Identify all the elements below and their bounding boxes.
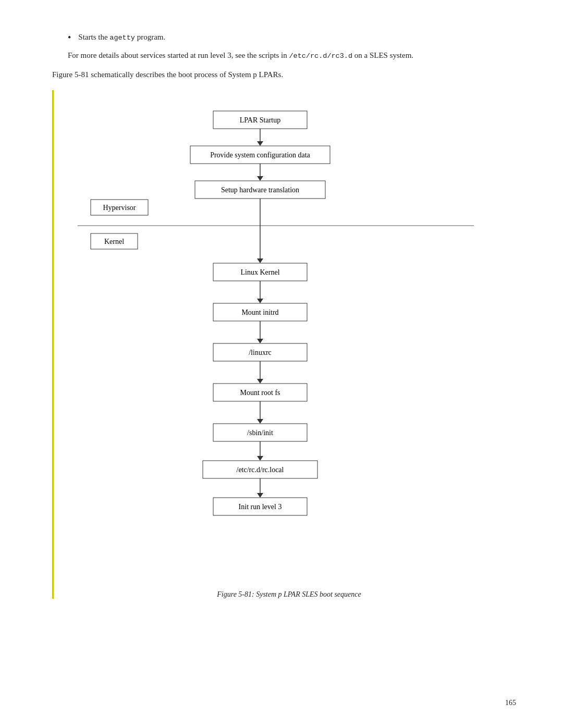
svg-text:/linuxrc: /linuxrc	[249, 349, 272, 356]
svg-text:Kernel: Kernel	[104, 238, 124, 245]
figure-container: LPAR Startup Provide system configuratio…	[52, 90, 516, 599]
rc3d-code: /etc/rc.d/rc3.d	[289, 52, 352, 60]
svg-text:/sbin/init: /sbin/init	[247, 429, 273, 437]
svg-text:Mount root fs: Mount root fs	[240, 389, 280, 397]
svg-text:Init run level 3: Init run level 3	[239, 503, 282, 511]
svg-marker-40	[257, 493, 263, 498]
diagram-svg: LPAR Startup Provide system configuratio…	[62, 101, 489, 570]
bullet-text: Starts the agetty program.	[78, 31, 165, 43]
page: • Starts the agetty program. For more de…	[0, 0, 563, 728]
svg-text:Setup hardware translation: Setup hardware translation	[221, 186, 299, 194]
svg-marker-32	[257, 419, 263, 424]
bullet-item: • Starts the agetty program.	[68, 31, 516, 44]
svg-marker-24	[257, 339, 263, 343]
svg-text:Linux Kernel: Linux Kernel	[240, 268, 279, 276]
svg-marker-36	[257, 456, 263, 461]
svg-text:LPAR Startup: LPAR Startup	[240, 116, 280, 124]
diagram-area: LPAR Startup Provide system configuratio…	[62, 90, 489, 582]
svg-marker-28	[257, 379, 263, 384]
page-number: 165	[505, 699, 516, 707]
svg-marker-16	[257, 258, 263, 263]
svg-text:Hypervisor: Hypervisor	[103, 204, 136, 212]
svg-marker-20	[257, 299, 263, 303]
agetty-code: agetty	[109, 34, 135, 42]
bullet-dot: •	[68, 31, 71, 44]
svg-text:Mount initrd: Mount initrd	[241, 309, 278, 316]
svg-text:/etc/rc.d/rc.local: /etc/rc.d/rc.local	[237, 466, 284, 474]
svg-text:Provide system configuration d: Provide system configuration data	[210, 151, 310, 159]
svg-marker-3	[257, 141, 263, 146]
para-text: For more details about services started …	[52, 50, 516, 61]
figure-caption: Figure 5-81: System p LPAR SLES boot seq…	[62, 590, 516, 599]
bullet-section: • Starts the agetty program.	[52, 31, 516, 44]
svg-marker-7	[257, 176, 263, 181]
figure-intro: Figure 5-81 schematically describes the …	[52, 69, 516, 81]
